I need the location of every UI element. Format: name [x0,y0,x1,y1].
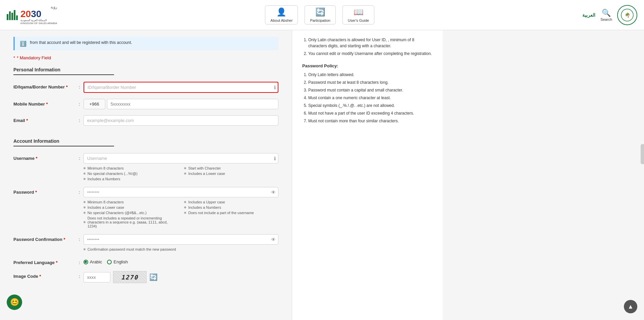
rule-6: You cannot edit or modify Username after… [308,51,433,57]
search-label: Search [600,17,612,21]
arabic-label: Arabic [90,259,102,264]
image-code-field: 1270 🔄 [84,271,278,283]
vision-year: 2030 [20,9,57,19]
password-row: Password * : 👁 Minimum 8 characters [13,187,278,228]
mobile-input[interactable] [107,99,278,109]
language-field: Arabic English [84,257,278,264]
hint-min8-username: Minimum 8 characters [84,166,178,170]
password-input[interactable] [84,187,278,197]
id-label: ID/Iqama/Border Number * [13,82,77,89]
emblem: 🌴 [617,5,637,25]
search-icon: 🔍 [602,9,611,17]
password-field: 👁 Minimum 8 characters Includes a Lower … [84,187,278,228]
id-info-icon[interactable]: ℹ [274,85,276,90]
username-field: ℹ Minimum 8 characters No special charac… [84,153,278,181]
mobile-row: Mobile Number * : +966 [13,99,278,109]
scroll-up-icon: ▲ [628,303,634,310]
info-section: Only Latin characters is allowed for Use… [292,30,443,320]
arabic-radio-circle[interactable] [84,260,88,264]
chat-widget[interactable]: 😊 [7,295,22,310]
username-row: Username * : ℹ Minimum 8 characters [13,153,278,181]
nav-about-label: About Absher [270,18,292,22]
emblem-svg: 🌴 [621,8,634,22]
mobile-prefix: +966 [84,99,105,109]
nav-guide[interactable]: 📖 User's Guide [342,5,374,24]
password-hints: Minimum 8 characters Includes a Lower ca… [84,200,278,228]
svg-text:🌴: 🌴 [625,12,631,18]
english-radio-circle[interactable] [107,260,112,264]
id-row: ID/Iqama/Border Number * : ℹ [13,82,278,93]
radio-english[interactable]: English [107,259,128,264]
banner-text: from that account and will be registered… [30,40,132,45]
password-policy-list: Only Latin letters allowed. Password mus… [302,72,433,124]
language-options: Arabic English [84,257,278,264]
password-confirm-input[interactable] [84,234,278,245]
nav-guide-label: User's Guide [348,18,369,22]
english-label: English [113,259,128,264]
password-confirm-field: 👁 Confirmation password must match the n… [84,234,278,251]
password-policy: Password Policy: Only Latin letters allo… [302,63,433,124]
email-field [84,115,278,126]
image-code-label: Image Code * [13,271,77,279]
registration-rules: Only Latin characters is allowed for Use… [302,37,433,57]
lang-button[interactable]: العربية [582,12,595,18]
hint-start-char-username: Start with Charecter [184,166,278,170]
mobile-field: +966 [84,99,278,109]
personal-info-title: Personal Information [13,67,114,75]
logo-bars [7,10,18,20]
policy-1: Only Latin letters allowed. [308,72,433,78]
email-input[interactable] [84,115,278,126]
mandatory-label: * Mandatory Field [17,55,51,60]
image-code-input[interactable] [84,272,110,282]
password-policy-title: Password Policy: [302,63,433,68]
form-section: ℹ️ from that account and will be registe… [0,30,292,320]
scroll-top-button[interactable]: ▲ [624,300,637,313]
vision-sub: المملكة العربية السعوديةKINGDOM OF SAUDI… [20,19,57,25]
email-row: Email * : [13,115,278,126]
language-label: Preferred Language * [13,257,77,265]
username-input[interactable] [84,153,278,164]
hint-numbers-username: Includes a Numbers [84,177,178,181]
account-info-title: Account Information [13,138,114,146]
header: رؤية 2030 المملكة العربية السعوديةKINGDO… [0,0,644,30]
id-field: ℹ [84,82,278,93]
id-input[interactable] [84,82,278,93]
password-confirm-hints: Confirmation password must match the new… [84,247,278,251]
policy-5: Special symbols (_.%.!.@. .etc.) are not… [308,103,433,109]
header-nav: 👤 About Absher 🔄 Participation 📖 User's … [265,5,374,24]
mandatory-field: * * Mandatory Field [13,55,278,60]
nav-about[interactable]: 👤 About Absher [265,5,298,24]
header-right: العربية 🔍 Search 🌴 [582,5,637,25]
policy-7: Must not contain more than four similar … [308,118,433,124]
password-confirm-label: Password Confirmation * [13,234,77,242]
password-confirm-toggle-icon[interactable]: 👁 [271,237,276,242]
main-container: ℹ️ from that account and will be registe… [0,30,644,320]
logo-vision: رؤية 2030 المملكة العربية السعوديةKINGDO… [7,5,57,25]
policy-3: Password must contain a capital and smal… [308,87,433,93]
hint-lowercase-username: Includes a Lower case [184,172,278,176]
scroll-indicator [641,144,644,164]
mobile-label: Mobile Number * [13,99,77,107]
policy-2: Password must be at least 8 characters l… [308,79,433,85]
email-label: Email * [13,115,77,123]
info-icon: ℹ️ [20,41,26,47]
nav-participation-label: Participation [310,18,330,22]
nav-participation[interactable]: 🔄 Participation [305,5,336,24]
header-left: رؤية 2030 المملكة العربية السعوديةKINGDO… [7,5,57,25]
password-confirm-row: Password Confirmation * : 👁 Confirmation… [13,234,278,251]
search-button[interactable]: 🔍 Search [600,9,612,21]
captcha-refresh-icon[interactable]: 🔄 [149,273,158,281]
username-info-icon[interactable]: ℹ [274,156,276,161]
password-toggle-icon[interactable]: 👁 [271,190,276,195]
rule-5: Only Latin characters is allowed for Use… [308,37,433,49]
language-row: Preferred Language * : Arabic English [13,257,278,265]
guide-icon: 📖 [354,7,364,17]
captcha-image: 1270 [113,271,147,283]
hint-no-special-username: No special characters (...%!@) [84,172,178,176]
policy-6: Must not have a part of the user ID exce… [308,110,433,116]
policy-4: Must contain a one numeric character at … [308,95,433,101]
chat-icon: 😊 [10,298,19,307]
radio-arabic[interactable]: Arabic [84,259,102,264]
username-hints: Minimum 8 characters No special characte… [84,166,278,181]
username-label: Username * [13,153,77,161]
